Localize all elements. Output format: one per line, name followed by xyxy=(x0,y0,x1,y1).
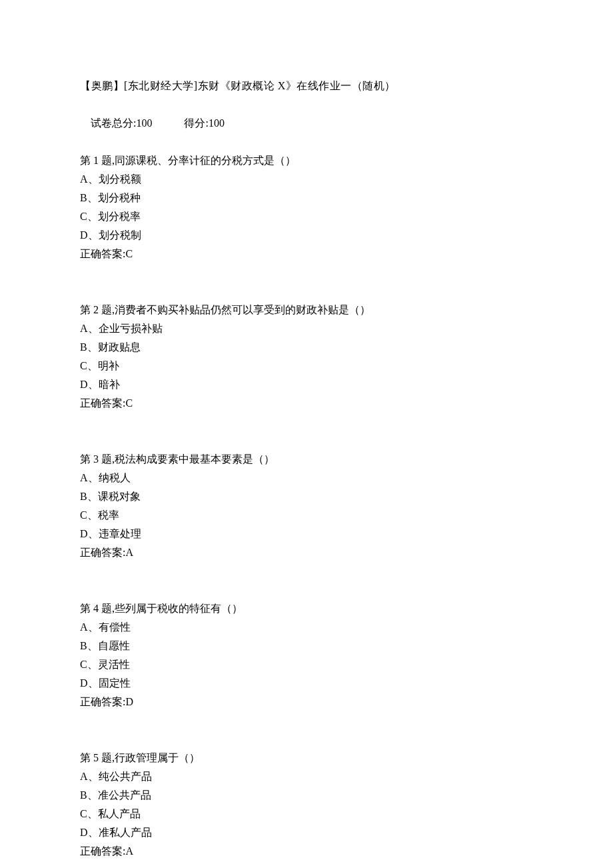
question-option: D、违章处理 xyxy=(80,525,533,543)
question-option: B、划分税种 xyxy=(80,189,533,207)
question-option: C、灵活性 xyxy=(80,655,533,674)
question-option: D、划分税制 xyxy=(80,226,533,245)
question-answer: 正确答案:D xyxy=(80,693,533,711)
document-page: 【奥鹏】[东北财经大学]东财《财政概论 X》在线作业一（随机） 试卷总分:100… xyxy=(0,0,613,868)
question-option: C、私人产品 xyxy=(80,805,533,823)
question-block: 第 5 题,行政管理属于（） A、纯公共产品 B、准公共产品 C、私人产品 D、… xyxy=(80,749,533,861)
question-stem: 第 3 题,税法构成要素中最基本要素是（） xyxy=(80,450,533,469)
question-block: 第 2 题,消费者不购买补贴品仍然可以享受到的财政补贴是（） A、企业亏损补贴 … xyxy=(80,301,533,413)
score-got: 得分:100 xyxy=(184,117,224,129)
question-block: 第 3 题,税法构成要素中最基本要素是（） A、纳税人 B、课税对象 C、税率 … xyxy=(80,450,533,562)
question-answer: 正确答案:A xyxy=(80,842,533,861)
question-option: A、企业亏损补贴 xyxy=(80,319,533,338)
question-option: D、暗补 xyxy=(80,375,533,394)
score-line: 试卷总分:100得分:100 xyxy=(80,95,533,151)
doc-title: 【奥鹏】[东北财经大学]东财《财政概论 X》在线作业一（随机） xyxy=(80,77,533,95)
question-option: B、财政贴息 xyxy=(80,338,533,357)
question-answer: 正确答案:C xyxy=(80,245,533,263)
question-option: B、课税对象 xyxy=(80,487,533,506)
question-option: A、有偿性 xyxy=(80,618,533,637)
block-spacer xyxy=(80,711,533,749)
block-spacer xyxy=(80,562,533,599)
question-stem: 第 2 题,消费者不购买补贴品仍然可以享受到的财政补贴是（） xyxy=(80,301,533,319)
question-option: C、划分税率 xyxy=(80,207,533,226)
question-option: D、固定性 xyxy=(80,674,533,693)
question-answer: 正确答案:C xyxy=(80,394,533,413)
block-spacer xyxy=(80,861,533,868)
question-option: A、划分税额 xyxy=(80,170,533,189)
question-option: C、税率 xyxy=(80,506,533,525)
question-stem: 第 4 题,些列属于税收的特征有（） xyxy=(80,599,533,618)
question-option: B、准公共产品 xyxy=(80,786,533,805)
question-block: 第 4 题,些列属于税收的特征有（） A、有偿性 B、自愿性 C、灵活性 D、固… xyxy=(80,599,533,711)
question-block: 第 1 题,同源课税、分率计征的分税方式是（） A、划分税额 B、划分税种 C、… xyxy=(80,151,533,263)
question-answer: 正确答案:A xyxy=(80,543,533,562)
question-option: C、明补 xyxy=(80,357,533,375)
question-option: B、自愿性 xyxy=(80,637,533,655)
block-spacer xyxy=(80,413,533,450)
question-option: D、准私人产品 xyxy=(80,823,533,842)
block-spacer xyxy=(80,263,533,301)
question-stem: 第 1 题,同源课税、分率计征的分税方式是（） xyxy=(80,151,533,170)
question-option: A、纳税人 xyxy=(80,469,533,487)
question-stem: 第 5 题,行政管理属于（） xyxy=(80,749,533,767)
score-total: 试卷总分:100 xyxy=(91,117,152,129)
question-option: A、纯公共产品 xyxy=(80,767,533,786)
